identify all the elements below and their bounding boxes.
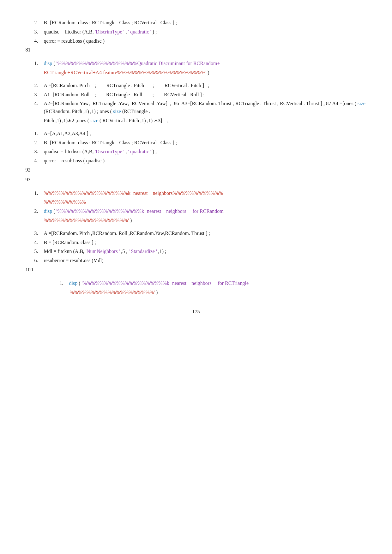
code-line-2d: 2. disp ( '%%%%%%%%%%%%%%%%%%%%k−nearest… — [26, 208, 367, 215]
line-text: A =[RCRandom. Pitch ; RCTriangle . Pitch… — [44, 82, 367, 90]
line-text: B=[RCRandom. class ; RCTriangle . Class … — [44, 139, 367, 147]
line-num: 3. — [26, 230, 38, 238]
continuation-2d: %%%%%%%%%%%%%%%%%%%%' ) — [26, 217, 367, 225]
page-num-text: 175 — [192, 309, 200, 314]
string-cont: %%%%%%%%%%%%%%%%%%%%' — [44, 218, 129, 223]
continuation-4b: Pitch ,1) ,1)∗2 ;ones ( size ( RCVertica… — [26, 117, 367, 125]
line-text: disp ( '%%%%%%%%%%%%%%%%%%%%k−nearest ne… — [44, 208, 367, 215]
line-num: 2. — [26, 82, 38, 90]
line-num: 4. — [26, 239, 38, 247]
line-text: quadisc = fitcdiscr (A,B, 'DiscrimType '… — [44, 148, 367, 156]
code-line-3c: 3. quadisc = fitcdiscr (A,B, 'DiscrimTyp… — [26, 148, 367, 156]
keyword-disp: disp — [44, 61, 52, 66]
line-text: quadisc = fitcdiscr (A,B, 'DiscrimType '… — [44, 28, 367, 36]
continuation-1b: RCTriangle+RCVertical+A4 feature%%%%%%%%… — [26, 69, 367, 77]
line-text: B=[RCRandom. class ; RCTriangle . Class … — [44, 19, 367, 27]
page-content: 2. B=[RCRandom. class ; RCTriangle . Cla… — [26, 19, 367, 296]
code-line-2a: 2. B=[RCRandom. class ; RCTriangle . Cla… — [26, 19, 367, 27]
code-line-3d: 3. A =[RCRandom. Pitch ,RCRandom. Roll ,… — [26, 230, 367, 238]
line-text: B = [RCRandom. class ] ; — [44, 239, 367, 247]
string-cont: RCTriangle+RCVertical+A4 feature%%%%%%%%… — [44, 70, 207, 75]
string: 'DiscrimType ' — [95, 149, 124, 154]
code-line-3a: 3. quadisc = fitcdiscr (A,B, 'DiscrimTyp… — [26, 28, 367, 36]
keyword-size: size — [358, 101, 365, 106]
keyword-disp2: disp — [44, 208, 52, 214]
code-line-6d: 6. resuberror = resubLoss (Mdl) — [26, 257, 367, 265]
page-number: 175 — [25, 309, 367, 315]
line-num: 4. — [26, 37, 38, 45]
string: ' quadratic ' — [128, 149, 151, 154]
code-line-4d: 4. B = [RCRandom. class ] ; — [26, 239, 367, 247]
code-line-4b: 4. A2=[RCRandom.Yaw; RCTriangle .Yaw; RC… — [26, 100, 367, 116]
line-num: 4. — [26, 100, 38, 108]
line-text: A =[RCRandom. Pitch ,RCRandom. Roll ,RCR… — [44, 230, 367, 238]
string: ' quadratic ' — [128, 29, 151, 34]
code-line-1c: 1. A=[A,A1,A2,A3,A4 ] ; — [26, 130, 367, 138]
line-num: 2. — [26, 139, 38, 147]
line-text: qerror = resubLoss ( quadisc ) — [44, 37, 367, 45]
continuation-1e: %%%%%%%%%%%%%%%%%%%%' ) — [26, 289, 367, 297]
string: ' Standardize ' — [129, 249, 157, 254]
standalone-81: 81 — [26, 46, 367, 54]
string: '%%%%%%%%%%%%%%%%%%%%k−nearest neighbors… — [57, 208, 224, 214]
standalone-100: 100 — [26, 266, 367, 274]
code-line-2b: 2. A =[RCRandom. Pitch ; RCTriangle . Pi… — [26, 82, 367, 90]
line-num: 3. — [26, 28, 38, 36]
line-text: resuberror = resubLoss (Mdl) — [44, 257, 367, 265]
line-num: 5. — [26, 248, 38, 256]
line-num: 1. — [26, 60, 38, 68]
line-num: 1. — [51, 280, 63, 287]
code-line-4a: 4. qerror = resubLoss ( quadisc ) — [26, 37, 367, 45]
line-num: 2. — [26, 208, 38, 215]
line-text: disp ( '%%%%%%%%%%%%%%%%%%%Quadratic Dis… — [44, 60, 367, 68]
string-knn: %%%%%%%%%%%%%%%%%%%%k−nearest neighbors%… — [44, 190, 223, 196]
continuation-1d: %%%%%%%%%% — [26, 198, 367, 206]
line-num: 6. — [26, 257, 38, 265]
string-cont: %%%%%%%%%%%%%%%%%%%%' — [70, 290, 155, 295]
line-text: A1=[RCRandom. Roll ; RCTriangle . Roll ;… — [44, 91, 367, 99]
line-text: Mdl = fitcknn (A,B, 'NumNeighbors ' ,5 ,… — [44, 248, 367, 256]
code-line-4c: 4. qerror = resubLoss ( quadisc ) — [26, 157, 367, 165]
code-line-5d: 5. Mdl = fitcknn (A,B, 'NumNeighbors ' ,… — [26, 248, 367, 256]
line-text: A2=[RCRandom.Yaw; RCTriangle .Yaw; RCVer… — [44, 100, 367, 116]
keyword-size2: size — [113, 109, 121, 114]
line-num: 1. — [26, 130, 38, 138]
standalone-93: 93 — [26, 176, 367, 184]
string: 'NumNeighbors ' — [86, 249, 120, 254]
number-text: 93 — [26, 176, 31, 184]
code-line-2c: 2. B=[RCRandom. class ; RCTriangle . Cla… — [26, 139, 367, 147]
string: '%%%%%%%%%%%%%%%%%%%Quadratic Discrimina… — [57, 61, 220, 66]
line-num: 3. — [26, 91, 38, 99]
line-num: 2. — [26, 19, 38, 27]
line-num: 3. — [26, 148, 38, 156]
number-text: 92 — [26, 166, 31, 174]
code-line-1e: 1. disp ( '%%%%%%%%%%%%%%%%%%%%k−nearest… — [26, 280, 367, 287]
number-text: 81 — [26, 46, 31, 54]
line-text: %%%%%%%%%%%%%%%%%%%%k−nearest neighbors%… — [44, 190, 367, 197]
code-line-1b: 1. disp ( '%%%%%%%%%%%%%%%%%%%Quadratic … — [26, 60, 367, 68]
line-text: qerror = resubLoss ( quadisc ) — [44, 157, 367, 165]
code-line-1d: 1. %%%%%%%%%%%%%%%%%%%%k−nearest neighbo… — [26, 190, 367, 197]
line-text: disp ( '%%%%%%%%%%%%%%%%%%%%k−nearest ne… — [69, 280, 367, 287]
line-text: A=[A,A1,A2,A3,A4 ] ; — [44, 130, 367, 138]
line-num: 4. — [26, 157, 38, 165]
keyword-disp3: disp — [69, 280, 78, 286]
number-text: 100 — [26, 266, 33, 274]
string: 'DiscrimType ' — [95, 29, 124, 34]
line-num: 1. — [26, 190, 38, 197]
string-knn-cont: %%%%%%%%%% — [44, 199, 86, 205]
keyword-size3: size — [90, 118, 98, 123]
string: '%%%%%%%%%%%%%%%%%%%%k−nearest neighbors… — [82, 280, 249, 286]
standalone-92: 92 — [26, 166, 367, 174]
code-line-3b: 3. A1=[RCRandom. Roll ; RCTriangle . Rol… — [26, 91, 367, 99]
